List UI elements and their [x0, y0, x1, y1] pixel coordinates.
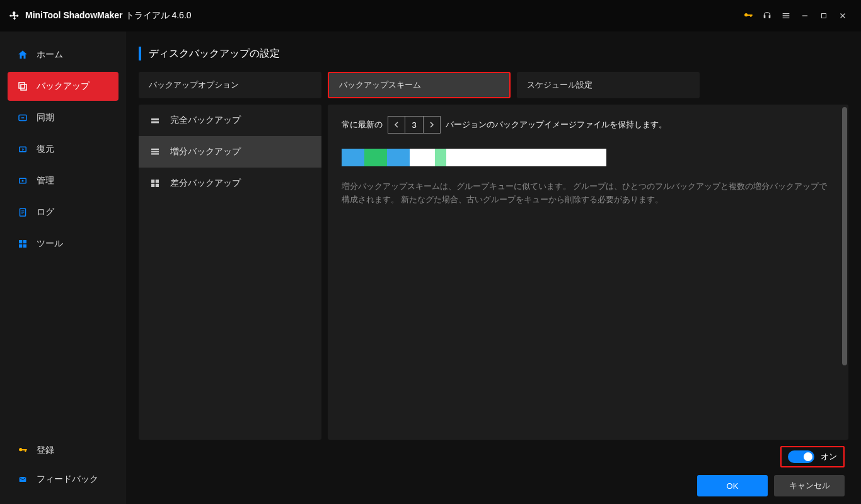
register-key-icon: [16, 444, 29, 457]
main-panel: ディスクバックアップの設定 バックアップオプション バックアップスキーム スケジ…: [126, 32, 861, 504]
menu-icon[interactable]: [777, 6, 795, 25]
sidebar-item-sync[interactable]: 同期: [8, 103, 118, 132]
minimize-icon[interactable]: [795, 6, 814, 25]
toggle-knob: [804, 452, 812, 461]
sidebar-item-label: フィードバック: [37, 474, 98, 485]
svg-rect-19: [151, 180, 154, 183]
ok-button[interactable]: OK: [697, 475, 768, 496]
svg-rect-18: [151, 153, 159, 154]
tab-backup-options[interactable]: バックアップオプション: [139, 72, 321, 98]
mail-icon: [16, 473, 29, 486]
tab-schedule[interactable]: スケジュール設定: [517, 72, 700, 98]
sidebar-item-tools[interactable]: ツール: [8, 229, 118, 258]
sidebar-item-label: ホーム: [37, 49, 63, 60]
svg-rect-11: [19, 244, 22, 248]
scheme-toggle[interactable]: [788, 450, 814, 463]
spinner-increase[interactable]: [424, 117, 440, 133]
sidebar-item-label: バックアップ: [37, 81, 90, 92]
scheme-detail: 常に最新の 3 バージョンのバックアップイメージファイルを保持します。: [328, 105, 848, 440]
sidebar-item-label: 管理: [37, 175, 54, 186]
scheme-list: 完全バックアップ 増分バックアップ 差分バックアップ: [139, 105, 321, 440]
sidebar-item-label: 復元: [37, 144, 54, 155]
svg-rect-3: [21, 84, 26, 90]
spinner-value: 3: [405, 117, 424, 133]
sidebar-item-backup[interactable]: バックアップ: [8, 72, 118, 101]
sidebar: ホーム バックアップ 同期 復元 管理 ログ: [0, 32, 126, 504]
log-icon: [16, 206, 29, 219]
svg-rect-21: [151, 184, 154, 187]
scheme-incremental[interactable]: 増分バックアップ: [139, 136, 321, 168]
differential-backup-icon: [149, 177, 161, 190]
svg-rect-17: [151, 151, 159, 152]
tab-backup-scheme[interactable]: バックアップスキーム: [328, 72, 511, 98]
svg-rect-13: [20, 477, 26, 482]
retain-suffix: バージョンのバックアップイメージファイルを保持します。: [446, 119, 667, 130]
svg-rect-15: [151, 122, 159, 123]
page-title: ディスクバックアップの設定: [139, 47, 848, 60]
incremental-backup-icon: [149, 146, 161, 158]
titlebar: MiniTool ShadowMakerトライアル 4.6.0: [0, 0, 861, 32]
app-logo-icon: [9, 10, 20, 21]
scheme-label: 完全バックアップ: [170, 115, 241, 126]
svg-rect-9: [19, 240, 22, 243]
close-icon[interactable]: [833, 6, 852, 25]
app-title: MiniTool ShadowMakerトライアル 4.6.0: [25, 10, 192, 21]
svg-point-7: [22, 180, 24, 182]
full-backup-icon: [149, 114, 161, 127]
sidebar-item-register[interactable]: 登録: [8, 437, 118, 464]
toggle-label: オン: [821, 451, 837, 462]
backup-icon: [16, 80, 29, 93]
backup-blocks-diagram: [342, 149, 606, 166]
sidebar-item-label: 登録: [37, 445, 54, 456]
scheme-toggle-wrap: オン: [780, 446, 845, 467]
scheme-differential[interactable]: 差分バックアップ: [139, 168, 321, 199]
manage-icon: [16, 175, 29, 187]
sync-icon: [16, 112, 29, 124]
svg-rect-10: [23, 240, 26, 243]
tab-label: バックアップスキーム: [339, 79, 421, 91]
cancel-button[interactable]: キャンセル: [774, 475, 845, 496]
svg-rect-2: [19, 83, 25, 88]
maximize-icon[interactable]: [814, 6, 833, 25]
restore-icon: [16, 143, 29, 156]
svg-rect-1: [822, 14, 826, 18]
svg-rect-20: [156, 180, 159, 183]
spinner-decrease[interactable]: [388, 117, 405, 133]
tabs: バックアップオプション バックアップスキーム スケジュール設定: [139, 72, 848, 98]
scheme-description: 増分バックアップスキームは、グループキューに似ています。 グループは、ひとつのフ…: [342, 180, 833, 207]
sidebar-item-home[interactable]: ホーム: [8, 40, 118, 69]
scheme-label: 増分バックアップ: [170, 146, 241, 158]
svg-rect-12: [23, 244, 26, 248]
svg-rect-14: [151, 118, 159, 120]
sidebar-item-manage[interactable]: 管理: [8, 166, 118, 195]
tab-label: スケジュール設定: [527, 79, 592, 91]
sidebar-item-restore[interactable]: 復元: [8, 135, 118, 164]
sidebar-item-feedback[interactable]: フィードバック: [8, 466, 118, 493]
svg-rect-22: [156, 184, 159, 187]
version-spinner: 3: [388, 116, 441, 134]
headset-icon[interactable]: [758, 6, 777, 25]
retain-prefix: 常に最新の: [342, 119, 383, 130]
sidebar-item-label: 同期: [37, 112, 54, 123]
scheme-full[interactable]: 完全バックアップ: [139, 105, 321, 136]
footer: オン OK キャンセル: [139, 440, 848, 496]
scrollbar[interactable]: [842, 107, 847, 365]
svg-rect-16: [151, 149, 159, 150]
key-icon[interactable]: [739, 6, 758, 25]
home-icon: [16, 49, 29, 61]
sidebar-item-label: ログ: [37, 207, 54, 218]
scheme-label: 差分バックアップ: [170, 178, 241, 189]
tools-icon: [16, 238, 29, 250]
sidebar-item-log[interactable]: ログ: [8, 198, 118, 227]
sidebar-item-label: ツール: [37, 238, 63, 249]
svg-rect-0: [802, 15, 807, 16]
tab-label: バックアップオプション: [149, 79, 239, 91]
